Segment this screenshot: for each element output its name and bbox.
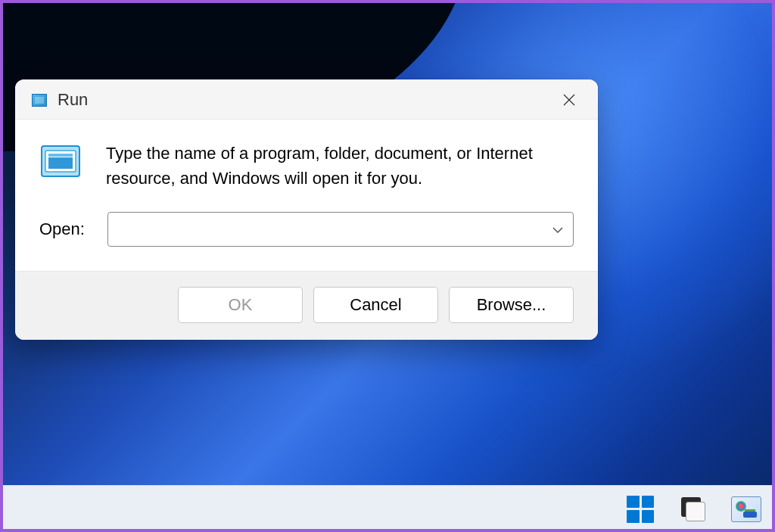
- close-button[interactable]: [554, 89, 584, 111]
- open-input[interactable]: [107, 212, 574, 247]
- pinned-app-button[interactable]: [731, 494, 761, 524]
- open-label: Open:: [39, 219, 89, 239]
- run-dialog: Run Type the name: [15, 79, 598, 340]
- dialog-titlebar[interactable]: Run: [15, 79, 598, 120]
- desktop-wallpaper: Run Type the name: [0, 0, 775, 532]
- close-icon: [562, 93, 576, 107]
- dialog-button-row: OK Cancel Browse...: [15, 271, 598, 340]
- task-view-button[interactable]: [678, 494, 708, 524]
- taskbar: [0, 485, 775, 532]
- dialog-body: Type the name of a program, folder, docu…: [15, 120, 598, 271]
- task-view-icon: [680, 496, 707, 523]
- start-button[interactable]: [625, 494, 655, 524]
- dialog-description: Type the name of a program, folder, docu…: [106, 141, 574, 191]
- dialog-title: Run: [58, 90, 88, 110]
- run-dialog-icon: [39, 144, 83, 180]
- cancel-button[interactable]: Cancel: [313, 287, 438, 323]
- svg-rect-4: [48, 157, 73, 169]
- open-combobox[interactable]: [107, 212, 574, 247]
- svg-rect-5: [48, 154, 73, 157]
- run-titlebar-icon: [32, 94, 47, 107]
- ok-button[interactable]: OK: [178, 287, 303, 323]
- windows-start-icon: [627, 496, 654, 523]
- control-panel-icon: [731, 496, 761, 522]
- browse-button[interactable]: Browse...: [449, 287, 574, 323]
